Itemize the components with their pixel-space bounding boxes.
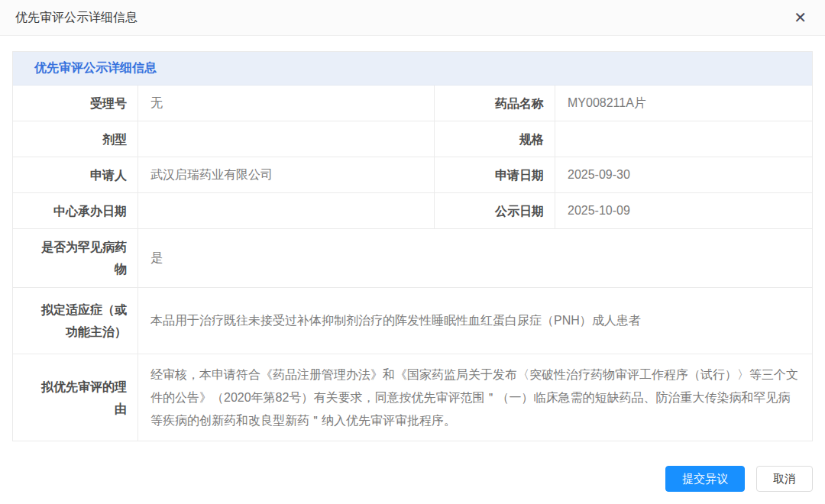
field-label-dosage-form: 剂型 <box>13 121 138 157</box>
field-value-publicity-date: 2025-10-09 <box>555 193 812 228</box>
dialog-header: 优先审评公示详细信息 ✕ <box>0 0 825 36</box>
cancel-button[interactable]: 取消 <box>756 466 813 492</box>
table-row: 是否为罕见病药物 是 <box>13 229 812 288</box>
field-label-rare-disease: 是否为罕见病药物 <box>13 229 138 287</box>
field-value-rare-disease: 是 <box>138 229 812 287</box>
field-value-drug-name: MY008211A片 <box>555 86 812 121</box>
field-label-acceptance-no: 受理号 <box>13 86 138 121</box>
close-icon[interactable]: ✕ <box>791 8 810 27</box>
field-label-specification: 规格 <box>435 121 555 157</box>
field-value-applicant: 武汉启瑞药业有限公司 <box>138 157 435 192</box>
field-value-indication: 本品用于治疗既往未接受过补体抑制剂治疗的阵发性睡眠性血红蛋白尿症（PNH）成人患… <box>138 288 812 354</box>
field-value-specification <box>555 121 812 157</box>
field-label-indication: 拟定适应症（或功能主治） <box>13 288 138 354</box>
table-row: 中心承办日期 公示日期 2025-10-09 <box>13 193 812 229</box>
field-value-dosage-form <box>138 121 435 157</box>
field-value-center-date <box>138 193 435 228</box>
table-row: 拟优先审评的理由 经审核，本申请符合《药品注册管理办法》和《国家药监局关于发布〈… <box>13 354 812 441</box>
field-label-center-date: 中心承办日期 <box>13 193 138 228</box>
table-row: 剂型 规格 <box>13 121 812 157</box>
field-label-drug-name: 药品名称 <box>435 86 555 121</box>
field-label-apply-date: 申请日期 <box>435 157 555 192</box>
dialog-title: 优先审评公示详细信息 <box>15 10 138 26</box>
field-label-publicity-date: 公示日期 <box>435 193 555 228</box>
table-row: 拟定适应症（或功能主治） 本品用于治疗既往未接受过补体抑制剂治疗的阵发性睡眠性血… <box>13 288 812 354</box>
table-header-title: 优先审评公示详细信息 <box>34 60 157 76</box>
table-row: 申请人 武汉启瑞药业有限公司 申请日期 2025-09-30 <box>13 157 812 193</box>
table-row: 受理号 无 药品名称 MY008211A片 <box>13 86 812 121</box>
field-label-applicant: 申请人 <box>13 157 138 192</box>
table-header: 优先审评公示详细信息 <box>13 52 812 86</box>
detail-table: 优先审评公示详细信息 受理号 无 药品名称 MY008211A片 剂型 规格 申… <box>12 51 813 441</box>
field-label-reason: 拟优先审评的理由 <box>13 354 138 441</box>
field-value-apply-date: 2025-09-30 <box>555 157 812 192</box>
field-value-reason: 经审核，本申请符合《药品注册管理办法》和《国家药监局关于发布〈突破性治疗药物审评… <box>138 354 812 441</box>
submit-objection-button[interactable]: 提交异议 <box>665 466 745 492</box>
dialog-footer: 提交异议 取消 <box>665 466 813 492</box>
field-value-acceptance-no: 无 <box>138 86 435 121</box>
